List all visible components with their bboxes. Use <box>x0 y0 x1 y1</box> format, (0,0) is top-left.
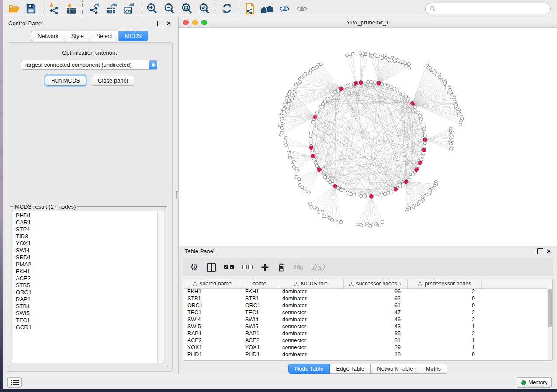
export-table-button[interactable] <box>103 1 120 16</box>
table-cell[interactable]: 1 <box>408 344 482 351</box>
table-cell[interactable]: 0 <box>408 303 482 309</box>
table-cell[interactable]: FKH1 <box>183 289 241 295</box>
tab-motifs[interactable]: Motifs <box>419 364 447 374</box>
column-header-name[interactable]: name <box>241 279 278 288</box>
table-cell[interactable]: 1 <box>408 323 482 330</box>
criterion-select[interactable]: largest connected component (undirected) <box>21 60 158 70</box>
deselect-all-icon[interactable] <box>242 265 253 269</box>
table-cell[interactable]: PHD1 <box>183 351 241 358</box>
table-cell[interactable]: TEC1 <box>241 309 278 316</box>
export-image-button[interactable] <box>120 1 138 16</box>
mcds-result-item[interactable]: STB5 <box>16 282 158 289</box>
table-cell[interactable]: 47 <box>344 309 408 316</box>
add-column-icon[interactable] <box>261 263 269 272</box>
table-row[interactable]: ACE2ACE2connector311 <box>183 337 547 344</box>
table-cell[interactable]: connector <box>278 323 344 330</box>
table-row[interactable]: SWI4SWI4dominator462 <box>183 316 547 323</box>
table-cell[interactable]: connector <box>278 309 344 316</box>
network-document-button[interactable] <box>241 1 258 16</box>
table-cell[interactable]: STB1 <box>241 296 278 302</box>
table-cell[interactable]: 46 <box>344 316 408 323</box>
tab-node-table[interactable]: Node Table <box>288 364 330 374</box>
mcds-result-item[interactable]: CAR1 <box>16 219 158 226</box>
mcds-result-item[interactable]: FKH1 <box>16 268 158 275</box>
zoom-in-button[interactable] <box>143 1 160 16</box>
table-cell[interactable]: 18 <box>344 351 408 358</box>
table-cell[interactable]: SWI5 <box>241 323 278 330</box>
mcds-result-item[interactable]: STP4 <box>16 226 158 233</box>
float-panel-icon[interactable] <box>537 248 543 254</box>
mcds-result-item[interactable]: YOX1 <box>16 240 158 247</box>
table-row[interactable]: SWI5SWI5connector431 <box>183 323 547 330</box>
memory-button[interactable]: Memory <box>517 377 552 388</box>
mcds-result-item[interactable]: ACE2 <box>16 275 158 282</box>
table-row[interactable]: FKH1FKH1dominator962 <box>183 288 547 295</box>
open-session-button[interactable] <box>5 1 22 16</box>
save-session-button[interactable] <box>22 1 40 16</box>
float-panel-icon[interactable] <box>157 21 163 26</box>
hide-visibility-button[interactable] <box>276 1 293 16</box>
table-cell[interactable]: RAP1 <box>183 330 241 337</box>
table-cell[interactable]: dominator <box>278 296 344 302</box>
zoom-fit-button[interactable] <box>178 1 195 16</box>
table-cell[interactable]: 62 <box>344 296 408 302</box>
mcds-result-item[interactable]: RAP1 <box>16 296 158 303</box>
close-panel-icon[interactable]: × <box>547 249 551 254</box>
tab-select[interactable]: Select <box>90 31 119 41</box>
mcds-result-item[interactable]: SRD1 <box>16 254 158 261</box>
tab-mcds[interactable]: MCDS <box>119 31 148 41</box>
mcds-result-item[interactable]: SWI5 <box>16 310 158 317</box>
table-cell[interactable]: dominator <box>278 351 344 358</box>
select-all-icon[interactable]: ✓✓ <box>224 265 234 269</box>
mcds-result-item[interactable]: TID3 <box>16 233 158 240</box>
run-mcds-button[interactable]: Run MCDS <box>45 76 86 86</box>
tab-style[interactable]: Style <box>65 31 90 41</box>
tab-network[interactable]: Network <box>31 31 65 41</box>
mcds-result-item[interactable]: GCR1 <box>16 324 158 331</box>
table-cell[interactable]: dominator <box>278 303 344 309</box>
import-network-button[interactable] <box>45 1 62 16</box>
table-row[interactable]: ORC1ORC1dominator610 <box>183 302 547 309</box>
table-scrollbar[interactable] <box>547 288 552 360</box>
table-cell[interactable]: ACE2 <box>241 337 278 344</box>
task-history-button[interactable] <box>7 377 22 388</box>
toggle-columns-icon[interactable] <box>207 263 216 272</box>
table-cell[interactable]: ORC1 <box>183 303 241 309</box>
table-cell[interactable]: ACE2 <box>183 337 241 344</box>
mcds-result-item[interactable]: STB1 <box>16 303 158 310</box>
table-cell[interactable]: 0 <box>408 351 482 358</box>
import-table-button[interactable] <box>62 1 80 16</box>
column-header-MCDS-role[interactable]: MCDS role <box>278 279 344 288</box>
table-cell[interactable]: 1 <box>408 337 482 344</box>
table-cell[interactable]: 2 <box>408 316 482 323</box>
column-header-predecessor-nodes[interactable]: predecessor nodes <box>408 279 482 288</box>
network-canvas[interactable] <box>179 28 557 246</box>
column-header-successor-nodes[interactable]: successor nodes˅ <box>344 279 408 288</box>
tab-edge-table[interactable]: Edge Table <box>330 364 371 374</box>
settings-gear-icon[interactable]: ⚙ <box>190 263 198 272</box>
tab-network-table[interactable]: Network Table <box>371 364 419 374</box>
table-cell[interactable]: 31 <box>344 337 408 344</box>
apply-layout-button[interactable] <box>218 1 235 16</box>
table-cell[interactable]: RAP1 <box>241 330 278 337</box>
table-cell[interactable]: SWI5 <box>183 323 241 330</box>
table-cell[interactable]: STB1 <box>183 296 241 302</box>
table-cell[interactable]: connector <box>278 344 344 351</box>
table-cell[interactable]: dominator <box>278 289 344 295</box>
table-cell[interactable]: 35 <box>344 330 408 337</box>
mcds-result-item[interactable]: PHD1 <box>16 212 158 219</box>
table-cell[interactable]: 29 <box>344 344 408 351</box>
table-row[interactable]: PHD1PHD1dominator180 <box>183 351 547 358</box>
table-row[interactable]: RAP1RAP1dominator352 <box>183 330 547 337</box>
table-cell[interactable]: YOX1 <box>183 344 241 351</box>
table-cell[interactable]: 43 <box>344 323 408 330</box>
mcds-result-item[interactable]: PMA2 <box>16 261 158 268</box>
table-cell[interactable]: TEC1 <box>183 309 241 316</box>
table-cell[interactable]: 2 <box>408 289 482 295</box>
show-visibility-button[interactable] <box>293 1 311 16</box>
column-header-shared-name[interactable]: shared name <box>183 279 241 288</box>
table-cell[interactable]: connector <box>278 337 344 344</box>
table-row[interactable]: YOX1YOX1connector291 <box>183 344 547 351</box>
table-cell[interactable]: dominator <box>278 330 344 337</box>
mcds-list-scrollbar[interactable] <box>157 211 164 363</box>
